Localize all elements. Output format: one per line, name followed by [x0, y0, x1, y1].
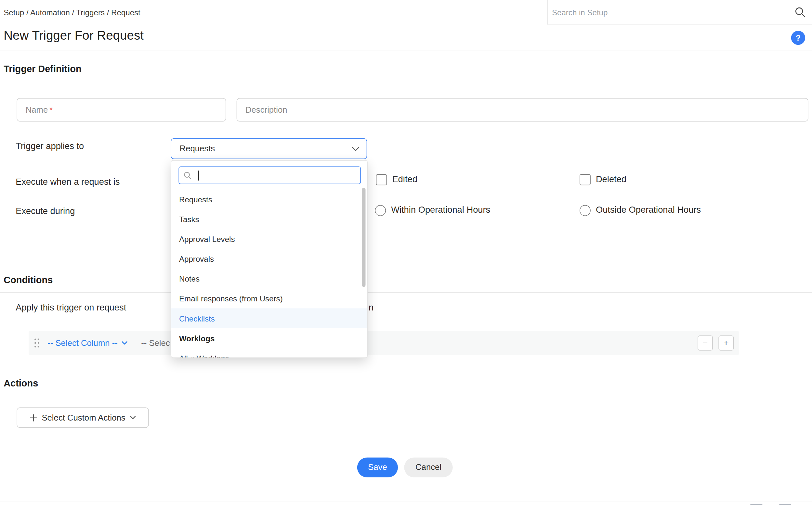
radio-outside-label: Outside Operational Hours	[596, 205, 701, 215]
apply-trigger-text-fragment: n	[369, 303, 373, 313]
applies-to-value: Requests	[180, 144, 352, 153]
conditions-heading: Conditions	[4, 275, 53, 286]
checkbox-icon[interactable]	[580, 174, 591, 185]
applies-to-label: Trigger applies to	[16, 141, 84, 152]
breadcrumb[interactable]: Setup / Automation / Triggers / Request	[4, 8, 140, 17]
option-checklists[interactable]: Checklists	[171, 308, 367, 328]
save-button[interactable]: Save	[357, 458, 398, 477]
radio-outside-operational-hours[interactable]: Outside Operational Hours	[580, 205, 701, 216]
option-approvals[interactable]: Approvals	[171, 249, 367, 269]
checkbox-icon[interactable]	[376, 174, 387, 185]
app-window: Setup / Automation / Triggers / Request …	[0, 0, 812, 505]
checkbox-deleted-label: Deleted	[596, 174, 626, 185]
drag-handle-icon[interactable]	[34, 339, 40, 347]
footer-divider	[0, 501, 812, 501]
cancel-button[interactable]: Cancel	[404, 458, 453, 477]
apply-trigger-text: Apply this trigger on request	[16, 303, 126, 313]
select-column-label: -- Select Column --	[47, 338, 118, 348]
name-placeholder: Name	[26, 105, 48, 115]
applies-to-options-list: Requests Tasks Approval Levels Approvals…	[171, 189, 367, 358]
plus-icon	[29, 414, 37, 421]
chevron-down-icon	[352, 147, 359, 151]
option-requests[interactable]: Requests	[171, 189, 367, 209]
setup-search-box	[547, 0, 812, 25]
option-all-worklogs[interactable]: All « Worklogs	[171, 348, 367, 358]
applies-to-select[interactable]: Requests	[170, 138, 367, 159]
select-column-dropdown[interactable]: -- Select Column --	[47, 338, 127, 348]
conditions-divider	[0, 292, 812, 293]
page-title: New Trigger For Request	[4, 28, 144, 43]
setup-page: Setup / Automation / Triggers / Request …	[0, 0, 812, 505]
search-input[interactable]	[551, 7, 794, 17]
checkbox-edited-label: Edited	[392, 174, 417, 185]
option-approval-levels[interactable]: Approval Levels	[171, 229, 367, 249]
help-button[interactable]: ?	[791, 31, 805, 45]
remove-condition-button[interactable]: −	[698, 335, 713, 351]
radio-icon[interactable]	[580, 205, 591, 216]
select-criteria-dropdown-partial[interactable]: -- Selec	[141, 338, 170, 348]
option-email-responses[interactable]: Email responses (from Users)	[171, 288, 367, 308]
checkbox-deleted[interactable]: Deleted	[580, 174, 626, 185]
radio-within-label: Within Operational Hours	[391, 205, 490, 215]
option-group-worklogs: Worklogs	[171, 328, 367, 348]
add-condition-button[interactable]: +	[718, 335, 734, 351]
radio-within-operational-hours[interactable]: Within Operational Hours	[375, 205, 490, 216]
dropdown-scrollbar[interactable]	[362, 188, 365, 287]
required-asterisk: *	[49, 105, 53, 115]
search-icon	[183, 171, 192, 180]
execute-when-label: Execute when a request is	[16, 177, 120, 187]
name-field[interactable]: Name *	[17, 98, 226, 122]
execute-during-label: Execute during	[16, 206, 75, 217]
search-icon[interactable]	[794, 6, 806, 18]
chevron-down-icon	[130, 416, 136, 419]
dropdown-search-input[interactable]	[179, 166, 361, 184]
checkbox-edited[interactable]: Edited	[376, 174, 418, 185]
applies-to-dropdown-panel: Requests Tasks Approval Levels Approvals…	[170, 160, 368, 358]
text-cursor	[198, 170, 199, 180]
header-divider	[0, 51, 812, 51]
option-tasks[interactable]: Tasks	[171, 209, 367, 229]
condition-row: -- Select Column -- -- Selec − +	[29, 331, 739, 355]
trigger-definition-heading: Trigger Definition	[4, 64, 81, 75]
actions-heading: Actions	[4, 378, 38, 389]
description-placeholder: Description	[245, 105, 287, 115]
option-notes[interactable]: Notes	[171, 269, 367, 288]
chevron-down-icon	[122, 341, 128, 345]
select-custom-actions-button[interactable]: Select Custom Actions	[17, 407, 148, 428]
description-field[interactable]: Description	[237, 98, 808, 122]
radio-icon[interactable]	[375, 205, 386, 216]
select-custom-actions-label: Select Custom Actions	[41, 413, 125, 422]
